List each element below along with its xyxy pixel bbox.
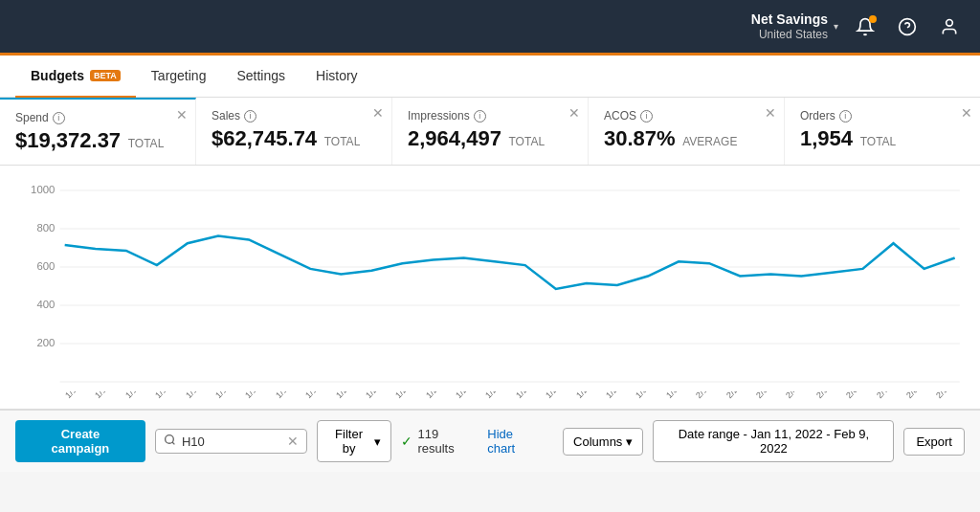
x-label: 2/8/2022 (904, 391, 932, 400)
columns-chevron-icon: ▾ (626, 434, 633, 449)
metric-acos-label: ACOS i (604, 109, 768, 122)
metric-acos-value: 30.87% AVERAGE (604, 126, 768, 151)
x-label: 1/23/2022 (424, 391, 452, 400)
svg-line-15 (172, 442, 174, 444)
search-box: ✕ (155, 429, 307, 454)
svg-text:800: 800 (36, 222, 55, 234)
columns-button[interactable]: Columns ▾ (563, 428, 643, 456)
notification-badge (869, 15, 877, 23)
svg-text:200: 200 (36, 337, 55, 348)
tab-history[interactable]: History (301, 56, 373, 98)
help-icon[interactable] (892, 11, 923, 42)
beta-badge: Beta (90, 70, 121, 81)
create-campaign-button[interactable]: Create campaign (15, 420, 145, 462)
tab-targeting[interactable]: Targeting (136, 56, 222, 98)
x-label: 2/6/2022 (844, 391, 872, 400)
x-label: 1/12/2022 (93, 391, 121, 400)
x-label: 1/11/2022 (63, 391, 91, 400)
metric-impressions: Impressions i 2,964,497 TOTAL ✕ (392, 98, 589, 165)
svg-text:1000: 1000 (31, 184, 55, 195)
metric-sales-close[interactable]: ✕ (372, 105, 384, 121)
x-label: 1/20/2022 (334, 391, 362, 400)
metric-sales: Sales i $62,745.74 TOTAL ✕ (196, 98, 392, 165)
metrics-row: Spend i $19,372.37 TOTAL ✕ Sales i $62,7… (0, 98, 980, 166)
account-name-block: Net Savings United States (751, 11, 828, 43)
account-region: United States (751, 28, 828, 43)
metric-orders-label: Orders i (800, 109, 965, 122)
x-label: 1/28/2022 (574, 391, 602, 400)
x-label: 2/3/2022 (754, 391, 782, 400)
x-label: 1/22/2022 (393, 391, 421, 400)
x-label: 1/31/2022 (664, 391, 692, 400)
filter-by-button[interactable]: Filter by ▾ (317, 420, 392, 462)
x-label: 2/4/2022 (784, 391, 812, 400)
x-label: 1/19/2022 (303, 391, 331, 400)
x-label: 1/25/2022 (483, 391, 511, 400)
acos-info-icon[interactable]: i (640, 110, 653, 122)
orders-info-icon[interactable]: i (839, 110, 852, 122)
user-icon[interactable] (934, 11, 965, 42)
x-label: 2/9/2022 (934, 391, 962, 400)
search-clear-icon[interactable]: ✕ (287, 434, 299, 449)
metric-sales-label: Sales i (212, 109, 376, 122)
metric-spend-close[interactable]: ✕ (176, 107, 188, 122)
sales-info-icon[interactable]: i (244, 110, 256, 122)
x-label: 2/1/2022 (694, 391, 722, 400)
tab-settings[interactable]: Settings (221, 56, 301, 98)
metric-spend-label: Spend i (15, 111, 180, 124)
x-label: 2/2/2022 (724, 391, 752, 400)
search-icon (164, 434, 176, 449)
x-label: 1/21/2022 (364, 391, 391, 400)
x-label: 1/17/2022 (243, 391, 271, 400)
x-axis-labels: 1/11/20221/12/20221/13/20221/14/20221/15… (15, 391, 965, 409)
bottom-toolbar: Create campaign ✕ Filter by ▾ ✓ 119 resu… (0, 410, 980, 472)
date-range-button[interactable]: Date range - Jan 11, 2022 - Feb 9, 2022 (653, 420, 894, 462)
chart-container: 1000 800 600 400 200 1/11/20221/12/20221… (0, 166, 980, 410)
metric-impressions-close[interactable]: ✕ (568, 105, 580, 121)
account-chevron-icon: ▾ (834, 21, 838, 32)
x-label: 1/29/2022 (604, 391, 632, 400)
metric-acos: ACOS i 30.87% AVERAGE ✕ (589, 98, 785, 165)
tab-budgets[interactable]: Budgets Beta (15, 56, 136, 98)
export-button[interactable]: Export (903, 428, 965, 456)
x-label: 1/27/2022 (544, 391, 571, 400)
header: Net Savings United States ▾ (0, 0, 980, 53)
x-label: 1/15/2022 (184, 391, 212, 400)
metric-spend: Spend i $19,372.37 TOTAL ✕ (0, 98, 196, 165)
x-label: 1/24/2022 (454, 391, 481, 400)
impressions-info-icon[interactable]: i (474, 110, 486, 122)
check-icon: ✓ (401, 434, 412, 449)
account-name: Net Savings (751, 11, 828, 28)
spend-info-icon[interactable]: i (53, 112, 65, 124)
hide-chart-link[interactable]: Hide chart (487, 427, 544, 456)
metric-orders-close[interactable]: ✕ (961, 105, 972, 121)
x-label: 1/13/2022 (123, 391, 151, 400)
metric-impressions-value: 2,964,497 TOTAL (408, 126, 572, 151)
search-input[interactable] (182, 434, 281, 449)
metric-impressions-label: Impressions i (408, 109, 572, 122)
filter-chevron-icon: ▾ (374, 434, 381, 449)
results-count: ✓ 119 results (401, 427, 478, 456)
x-label: 2/7/2022 (875, 391, 902, 400)
metric-orders: Orders i 1,954 TOTAL ✕ (785, 98, 980, 165)
x-label: 1/26/2022 (514, 391, 542, 400)
chart-area: 1000 800 600 400 200 (15, 181, 965, 391)
metric-orders-value: 1,954 TOTAL (800, 126, 965, 151)
account-selector[interactable]: Net Savings United States ▾ (751, 11, 838, 43)
x-label: 2/5/2022 (814, 391, 842, 400)
metric-spend-value: $19,372.37 TOTAL (15, 128, 180, 153)
svg-point-2 (947, 19, 953, 26)
nav-tabs: Budgets Beta Targeting Settings History (0, 56, 980, 98)
x-label: 1/18/2022 (274, 391, 301, 400)
svg-text:600: 600 (36, 260, 55, 272)
svg-text:400: 400 (36, 299, 55, 310)
x-label: 1/30/2022 (634, 391, 661, 400)
metric-sales-value: $62,745.74 TOTAL (212, 126, 376, 151)
x-label: 1/14/2022 (153, 391, 181, 400)
svg-point-14 (166, 435, 174, 444)
x-label: 1/16/2022 (213, 391, 241, 400)
metric-acos-close[interactable]: ✕ (765, 105, 776, 121)
notifications-icon[interactable] (850, 11, 880, 42)
